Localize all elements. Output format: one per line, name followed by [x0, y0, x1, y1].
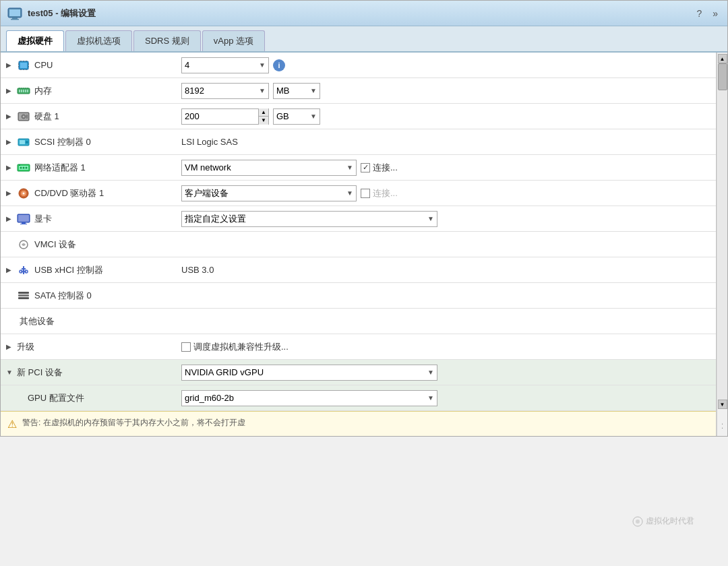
svg-rect-2	[12, 18, 18, 19]
cpu-expand-arrow[interactable]: ▶	[6, 61, 13, 69]
watermark-text: 虚拟化时代君	[646, 515, 694, 527]
vmci-icon	[17, 239, 30, 250]
memory-unit-arrow: ▼	[305, 87, 317, 94]
net-connect-label: 连接...	[373, 162, 398, 174]
scroll-down[interactable]: ▼	[718, 400, 727, 409]
display-row: ▶ 显卡 指定自定义设置 ▼	[1, 206, 716, 232]
warning-icon: ⚠	[7, 418, 17, 431]
disk-increment[interactable]: ▲	[259, 108, 268, 117]
svg-rect-18	[21, 90, 22, 92]
svg-rect-54	[18, 292, 29, 294]
scsi-controls: LSI Logic SAS	[176, 135, 716, 148]
memory-dropdown[interactable]: 8192 ▼	[181, 83, 269, 99]
tabs-bar: 虚拟硬件 虚拟机选项 SDRS 规则 vApp 选项	[1, 26, 727, 53]
sata-controls	[176, 294, 716, 297]
new-pci-label: 新 PCI 设备	[17, 367, 63, 379]
hardware-list: ▶	[1, 53, 717, 436]
watermark-icon	[632, 516, 643, 527]
disk-unit-dropdown[interactable]: GB ▼	[273, 108, 320, 125]
scsi-expand-arrow[interactable]: ▶	[6, 138, 13, 146]
tab-virtual-hardware[interactable]: 虚拟硬件	[6, 30, 64, 51]
disk-value: 200	[182, 111, 258, 121]
disk-expand-arrow[interactable]: ▶	[6, 113, 13, 120]
upgrade-expand-arrow[interactable]: ▶	[6, 343, 13, 350]
disk-controls: 200 ▲ ▼ GB ▼	[176, 107, 716, 126]
display-value: 指定自定义设置	[185, 213, 246, 225]
usb-controls: USB 3.0	[176, 263, 716, 276]
svg-rect-55	[18, 294, 29, 296]
display-dropdown-arrow: ▼	[422, 215, 434, 222]
svg-point-58	[636, 520, 640, 524]
cddvd-connect-label: 连接...	[373, 187, 398, 199]
usb-expand-arrow[interactable]: ▶	[6, 266, 13, 274]
new-pci-row: ▼ 新 PCI 设备 NVIDIA GRID vGPU ▼	[1, 360, 716, 385]
sata-row: ▶ SATA 控制器 0	[1, 283, 716, 309]
display-controls: 指定自定义设置 ▼	[176, 210, 716, 228]
upgrade-label-cell: ▶ 升级	[1, 341, 176, 353]
gpu-profile-row: GPU 配置文件 grid_m60-2b ▼	[1, 385, 716, 411]
scrollbar[interactable]: ▲ ▼ ⁚	[717, 53, 727, 436]
upgrade-check-label: 调度虚拟机兼容性升级...	[193, 341, 289, 353]
disk-label: 硬盘 1	[34, 111, 59, 123]
new-pci-expand-arrow[interactable]: ▼	[6, 369, 13, 376]
display-dropdown[interactable]: 指定自定义设置 ▼	[181, 211, 437, 227]
resize-handle[interactable]: ⁚	[718, 416, 727, 436]
warning-text: 警告: 在虚拟机的内存预留等于其内存大小之前，将不会打开虚	[22, 417, 245, 429]
memory-icon	[17, 86, 30, 96]
display-expand-arrow[interactable]: ▶	[6, 215, 13, 222]
cddvd-dropdown[interactable]: 客户端设备 ▼	[181, 185, 357, 201]
titlebar-right: ? »	[694, 7, 721, 20]
tab-vapp-options[interactable]: vApp 选项	[202, 30, 265, 51]
vmci-label-cell: ▶ VMCI 设备	[1, 239, 176, 251]
svg-point-30	[23, 116, 24, 117]
net-expand-arrow[interactable]: ▶	[6, 164, 13, 171]
scroll-up[interactable]: ▲	[718, 54, 727, 63]
main-window: test05 - 编辑设置 ? » 虚拟硬件 虚拟机选项 SDRS 规则 vAp…	[0, 0, 728, 437]
upgrade-checkbox[interactable]	[181, 342, 191, 352]
new-pci-dropdown-arrow: ▼	[422, 369, 434, 376]
scroll-track[interactable]	[718, 63, 727, 400]
scsi-row: ▶ SCSI 控制器 0 LSI Logic SAS	[1, 129, 716, 155]
memory-expand-arrow[interactable]: ▶	[6, 87, 13, 94]
svg-rect-3	[11, 19, 19, 20]
disk-spinner-buttons: ▲ ▼	[258, 108, 268, 125]
disk-unit-arrow: ▼	[305, 113, 317, 120]
cddvd-expand-arrow[interactable]: ▶	[6, 189, 13, 197]
net-dropdown-arrow: ▼	[341, 164, 353, 171]
memory-unit-dropdown[interactable]: MB ▼	[273, 83, 320, 99]
cpu-dropdown[interactable]: 4 ▼	[181, 57, 269, 73]
gpu-profile-dropdown[interactable]: grid_m60-2b ▼	[181, 390, 437, 406]
net-connect-checkbox[interactable]	[361, 163, 370, 172]
disk-decrement[interactable]: ▼	[259, 117, 268, 125]
disk-spinner[interactable]: 200 ▲ ▼	[181, 108, 269, 125]
upgrade-label: 升级	[17, 341, 34, 353]
new-pci-dropdown[interactable]: NVIDIA GRID vGPU ▼	[181, 365, 437, 381]
cddvd-label-cell: ▶ CD/DVD 驱动器 1	[1, 187, 176, 199]
vmci-row: ▶ VMCI 设备	[1, 232, 716, 257]
other-controls	[176, 320, 716, 323]
svg-point-40	[26, 166, 28, 168]
cddvd-label: CD/DVD 驱动器 1	[34, 187, 104, 199]
tab-vm-options[interactable]: 虚拟机选项	[65, 30, 132, 51]
gpu-profile-value: grid_m60-2b	[185, 393, 234, 403]
net-label-cell: ▶ 网络适配器 1	[1, 162, 176, 174]
help-button[interactable]: ?	[694, 7, 704, 20]
cddvd-connect-checkbox[interactable]	[361, 189, 370, 198]
gpu-profile-dropdown-arrow: ▼	[422, 394, 434, 402]
display-label-cell: ▶ 显卡	[1, 213, 176, 225]
cddvd-icon	[17, 188, 30, 199]
vm-icon	[7, 6, 22, 21]
expand-button[interactable]: »	[710, 7, 721, 20]
watermark: 虚拟化时代君	[632, 515, 694, 527]
tab-sdrs-rules[interactable]: SDRS 规则	[133, 30, 201, 51]
display-label: 显卡	[34, 213, 52, 225]
memory-controls: 8192 ▼ MB ▼	[176, 82, 716, 100]
net-dropdown[interactable]: VM network ▼	[181, 160, 357, 176]
svg-point-44	[23, 192, 25, 194]
cpu-info-icon[interactable]: i	[273, 59, 285, 71]
svg-rect-48	[20, 224, 27, 224]
cpu-label-cell: ▶	[1, 60, 176, 71]
cpu-row: ▶	[1, 53, 716, 78]
memory-label: 内存	[34, 85, 52, 97]
scroll-thumb[interactable]	[718, 63, 727, 90]
